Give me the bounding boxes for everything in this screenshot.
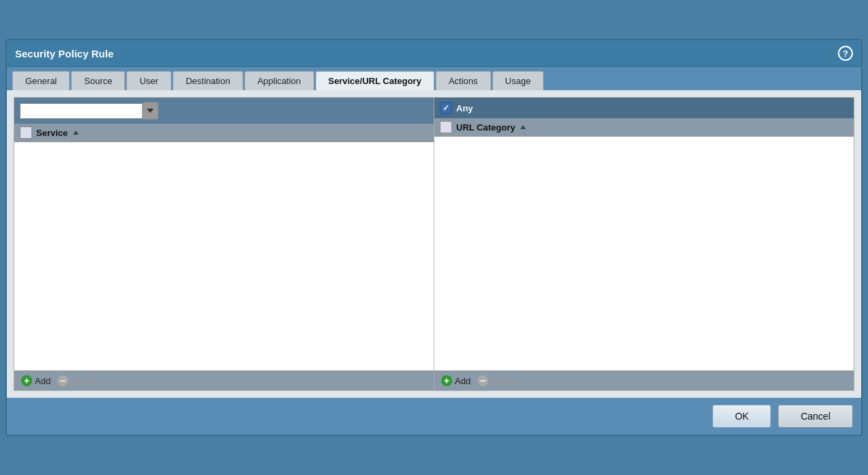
help-icon[interactable]: ? [838, 46, 853, 61]
security-policy-rule-dialog: Security Policy Rule ? GeneralSourceUser… [5, 39, 863, 436]
checkmark-icon: ✓ [443, 104, 449, 112]
dialog-footer: OK Cancel [7, 398, 861, 435]
ok-button[interactable]: OK [712, 405, 771, 428]
url-category-delete-button[interactable]: − Delete [477, 375, 517, 386]
tab-user[interactable]: User [126, 71, 171, 90]
url-category-sort-icon [520, 125, 526, 129]
tab-destination[interactable]: Destination [173, 71, 243, 90]
any-row: ✓ Any [434, 98, 854, 118]
url-category-add-label: Add [455, 376, 471, 386]
url-category-add-icon: + [441, 375, 452, 386]
service-panel: application-default Service + Add [14, 98, 434, 390]
url-category-panel-footer: + Add − Delete [434, 370, 854, 390]
dialog-title: Security Policy Rule [15, 48, 113, 59]
service-panel-footer: + Add − Delete [14, 370, 434, 390]
cancel-button[interactable]: Cancel [778, 405, 853, 428]
tab-application[interactable]: Application [244, 71, 314, 90]
dialog-body: application-default Service + Add [7, 90, 861, 398]
url-category-col-header-text: URL Category [456, 122, 515, 133]
url-category-delete-label: Delete [491, 376, 517, 386]
service-add-icon: + [21, 375, 32, 386]
service-col-header: Service [14, 124, 434, 142]
tab-actions[interactable]: Actions [436, 71, 491, 90]
service-dropdown-button[interactable] [143, 102, 158, 120]
url-category-add-button[interactable]: + Add [441, 375, 471, 386]
service-panel-content [14, 142, 434, 370]
service-col-header-text: Service [36, 128, 68, 138]
service-sort-icon [73, 131, 79, 135]
dialog-header: Security Policy Rule ? [7, 40, 861, 67]
service-col-checkbox[interactable] [20, 126, 32, 139]
service-select-input[interactable]: application-default [20, 103, 143, 119]
tab-usage[interactable]: Usage [492, 71, 544, 90]
service-delete-icon: − [57, 375, 68, 386]
any-label: Any [456, 103, 473, 113]
service-add-button[interactable]: + Add [21, 375, 51, 386]
tab-general[interactable]: General [12, 71, 70, 90]
tab-source[interactable]: Source [71, 71, 125, 90]
service-delete-label: Delete [71, 376, 97, 386]
url-category-panel-content [434, 137, 854, 370]
url-category-panel: ✓ Any URL Category + Add − [434, 98, 854, 390]
service-delete-button[interactable]: − Delete [57, 375, 97, 386]
content-area: application-default Service + Add [14, 97, 854, 391]
tab-bar: GeneralSourceUserDestinationApplicationS… [7, 67, 861, 90]
any-checkbox[interactable]: ✓ [440, 102, 452, 114]
service-select-row: application-default [14, 98, 434, 124]
dropdown-arrow-icon [147, 109, 154, 113]
select-wrapper: application-default [20, 102, 158, 120]
url-category-col-checkbox[interactable] [440, 121, 452, 133]
url-category-col-header: URL Category [434, 118, 854, 137]
service-add-label: Add [35, 376, 51, 386]
tab-service-url-category[interactable]: Service/URL Category [316, 71, 434, 90]
url-category-delete-icon: − [477, 375, 488, 386]
